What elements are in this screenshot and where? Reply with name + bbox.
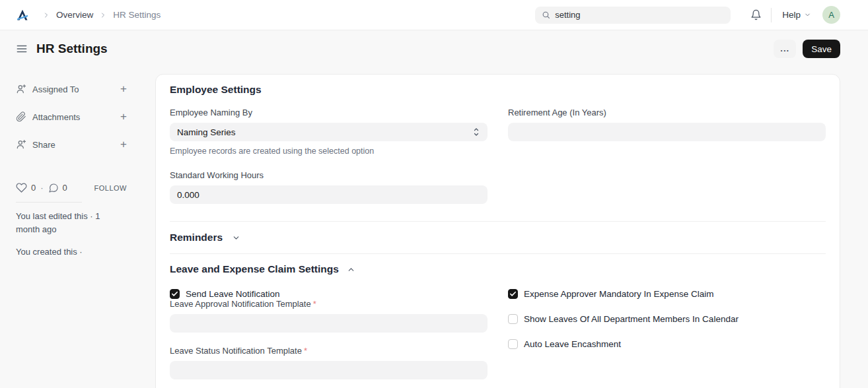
user-avatar[interactable]: A — [822, 6, 840, 24]
section-title: Employee Settings — [170, 84, 826, 96]
section-reminders[interactable]: Reminders — [170, 222, 826, 254]
chevron-right-icon — [99, 11, 107, 19]
sidebar-item-attachments[interactable]: Attachments + — [16, 110, 127, 124]
sidebar-item-share[interactable]: Share + — [16, 137, 127, 152]
breadcrumb: Overview HR Settings — [42, 10, 161, 20]
field-label: Employee Naming By — [170, 108, 488, 117]
share-user-icon — [16, 139, 26, 150]
sidebar-item-assigned-to[interactable]: Assigned To + — [16, 82, 127, 96]
field-standard-working-hours: Standard Working Hours — [170, 170, 488, 204]
selected-value: Naming Series — [177, 127, 236, 137]
sidebar-toggle-icon[interactable] — [16, 43, 28, 55]
field-label: Retirement Age (In Years) — [508, 108, 826, 117]
notifications-bell-icon[interactable] — [750, 9, 762, 20]
separator-dot: · — [40, 183, 43, 193]
section-leave-expense-settings: Leave and Expense Claim Settings Send Le… — [170, 254, 826, 388]
last-edited-text: You last edited this · 1 month ago — [16, 210, 115, 236]
field-label: Leave Status Notification Template* — [170, 346, 488, 356]
help-menu[interactable]: Help — [782, 10, 811, 20]
help-label: Help — [782, 10, 801, 20]
search-icon — [542, 11, 550, 19]
sidebar-item-label: Assigned To — [32, 84, 79, 94]
leave-settings-right-column: Expense Approver Mandatory In Expense Cl… — [508, 289, 826, 379]
field-leave-status-template: Leave Status Notification Template* — [170, 346, 488, 379]
save-button[interactable]: Save — [803, 40, 840, 58]
checkbox-auto-leave-encashment[interactable]: Auto Leave Encashment — [508, 339, 826, 349]
checkbox-label: Auto Leave Encashment — [524, 339, 621, 349]
heart-icon[interactable] — [16, 182, 27, 193]
top-navbar: Overview HR Settings Help A — [0, 0, 868, 30]
header-actions: ... Save — [774, 40, 840, 58]
user-plus-icon — [16, 84, 26, 94]
leave-status-template-input[interactable] — [170, 361, 488, 379]
checkbox-label: Show Leaves Of All Department Members In… — [524, 314, 739, 324]
navbar-right: Help A — [535, 6, 840, 24]
checkbox-show-leaves-calendar[interactable]: Show Leaves Of All Department Members In… — [508, 314, 826, 324]
retirement-age-input[interactable] — [508, 123, 826, 141]
checkbox-box[interactable] — [170, 289, 180, 299]
checkbox-expense-approver-mandatory[interactable]: Expense Approver Mandatory In Expense Cl… — [508, 289, 826, 299]
checkbox-label: Expense Approver Mandatory In Expense Cl… — [524, 289, 713, 299]
employee-naming-by-select[interactable]: Naming Series — [170, 123, 488, 141]
add-share-button[interactable]: + — [120, 140, 127, 149]
section-employee-settings: Employee Settings Employee Naming By Nam… — [170, 75, 826, 222]
sidebar-divider — [16, 202, 82, 203]
search-input[interactable] — [555, 10, 724, 20]
likes-count: 0 — [31, 183, 36, 193]
field-leave-approval-template: Leave Approval Notification Template* — [170, 299, 488, 333]
chevron-down-icon — [232, 234, 240, 242]
field-employee-naming-by: Employee Naming By Naming Series Employe… — [170, 108, 488, 156]
checkbox-send-leave-notification[interactable]: Send Leave Notification — [170, 289, 488, 299]
breadcrumb-overview[interactable]: Overview — [56, 10, 93, 20]
field-label: Leave Approval Notification Template* — [170, 299, 488, 309]
field-retirement-age: Retirement Age (In Years) — [508, 108, 826, 141]
avatar-letter: A — [828, 10, 834, 20]
checkbox-box[interactable] — [508, 289, 518, 299]
employee-settings-left-column: Employee Naming By Naming Series Employe… — [170, 108, 488, 204]
checkbox-label: Send Leave Notification — [186, 289, 280, 299]
form-sidebar: Assigned To + Attachments + Share + 0 · … — [16, 82, 127, 259]
employee-settings-right-column: Retirement Age (In Years) — [508, 108, 826, 204]
sidebar-item-label: Attachments — [32, 112, 80, 122]
paperclip-icon — [16, 112, 26, 122]
document-social-row: 0 · 0 FOLLOW — [16, 182, 127, 193]
breadcrumb-hr-settings[interactable]: HR Settings — [113, 10, 161, 20]
more-options-button[interactable]: ... — [774, 40, 796, 58]
checkbox-box[interactable] — [508, 314, 518, 324]
section-title: Leave and Expense Claim Settings — [170, 263, 339, 275]
comment-icon[interactable] — [48, 183, 59, 193]
form-card: Employee Settings Employee Naming By Nam… — [155, 74, 840, 388]
chevron-right-icon — [42, 11, 50, 19]
page-title: HR Settings — [36, 42, 108, 56]
chevron-down-icon — [804, 11, 811, 18]
app-logo-icon[interactable] — [16, 9, 29, 22]
sidebar-item-label: Share — [32, 140, 55, 150]
leave-settings-left-column: Send Leave Notification Leave Approval N… — [170, 289, 488, 379]
page-header: HR Settings ... Save — [0, 30, 868, 67]
field-help-text: Employee records are created using the s… — [170, 146, 488, 156]
field-label: Standard Working Hours — [170, 170, 488, 180]
required-marker: * — [304, 346, 307, 356]
chevron-up-icon — [347, 265, 355, 274]
add-attachment-button[interactable]: + — [120, 112, 127, 121]
global-search[interactable] — [535, 7, 731, 24]
section-title: Reminders — [170, 232, 223, 243]
follow-button[interactable]: FOLLOW — [94, 184, 127, 192]
comments-count: 0 — [63, 183, 67, 193]
leave-approval-template-input[interactable] — [170, 314, 488, 333]
checkbox-box[interactable] — [508, 339, 518, 349]
section-header[interactable]: Leave and Expense Claim Settings — [170, 263, 826, 275]
add-assignment-button[interactable]: + — [120, 84, 127, 94]
navbar-divider — [771, 8, 772, 22]
select-updown-icon — [472, 127, 480, 137]
required-marker: * — [313, 299, 316, 309]
created-text: You created this · — [16, 245, 115, 259]
standard-working-hours-input[interactable] — [170, 185, 488, 204]
